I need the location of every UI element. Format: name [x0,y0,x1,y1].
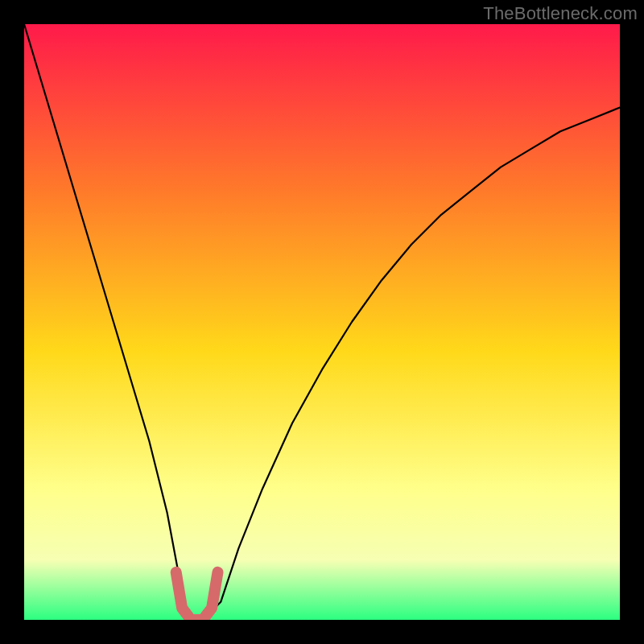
bottleneck-chart [24,24,620,620]
chart-frame: TheBottleneck.com [0,0,644,644]
attribution-text: TheBottleneck.com [483,3,638,24]
